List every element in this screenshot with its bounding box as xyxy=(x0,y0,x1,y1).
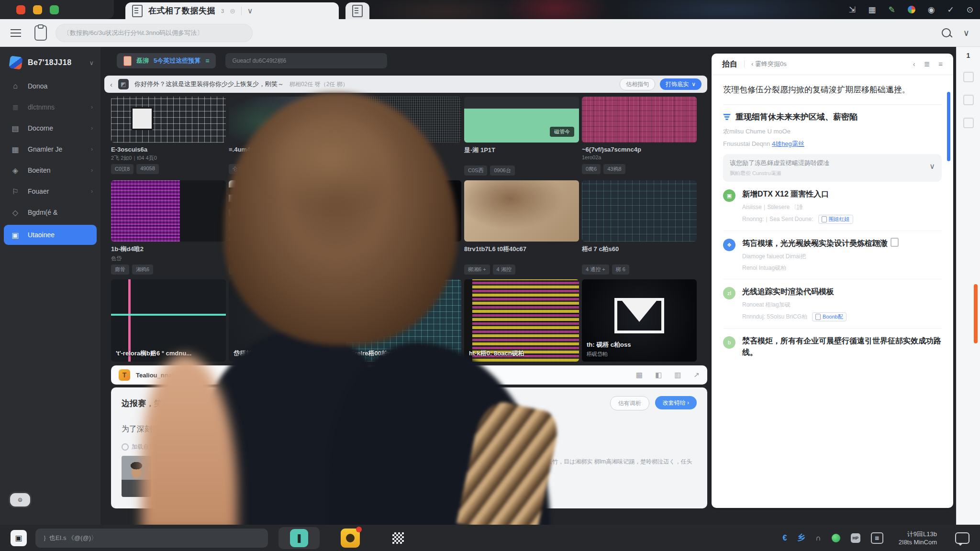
columns-icon[interactable]: ▥ xyxy=(674,371,681,379)
calendar-icon[interactable]: ▦ xyxy=(868,5,876,15)
regenerate-button[interactable]: 估相指句 xyxy=(620,78,655,90)
gallery-card[interactable]: ≡.4um4s260 7508.. 仑马夫68236 xyxy=(229,97,344,176)
update-item[interactable]: b 湬吝模炬，所有有企业可晨壁行循遠引世界征郆实效成功路线。 xyxy=(723,329,942,365)
scrollbar-thumb[interactable] xyxy=(947,92,950,161)
logo-chevron-icon[interactable]: ∨ xyxy=(89,59,94,66)
sidebar-item-gnamler[interactable]: ▦ Gnamler Je › xyxy=(0,139,100,160)
tool-icon[interactable] xyxy=(963,95,974,105)
scrollbar-thumb-orange[interactable] xyxy=(974,284,978,343)
list-icon[interactable]: ≣ xyxy=(924,60,930,68)
card-subtitle xyxy=(582,255,697,261)
gallery-card[interactable]: 梧d 7 c柏s60 4 通控 +梆 6 xyxy=(582,180,697,275)
quote-thumbnail-portrait[interactable] xyxy=(122,456,151,497)
sidebar-item-label: Utaoinee xyxy=(28,231,55,239)
blue-tray-icon[interactable]: 乡 xyxy=(797,533,805,543)
grid-app-icon[interactable] xyxy=(389,529,408,548)
browser-tab-active[interactable]: 在式相了数据失掘 3 ⊜ ∨ xyxy=(125,2,339,19)
chat-app-icon[interactable] xyxy=(341,529,360,548)
record-icon[interactable]: ◉ xyxy=(928,5,935,15)
clipboard-icon[interactable] xyxy=(34,25,47,41)
browser-tab-new[interactable] xyxy=(345,2,369,19)
meta-link[interactable]: 4雄heg霭丝 xyxy=(772,140,804,147)
document-title: 边报赛，笑芸失报 xyxy=(122,398,187,409)
gallery-card[interactable]: 岱梧柏4砚 xyxy=(229,279,344,362)
grid-tray-icon[interactable]: ▦ xyxy=(871,532,883,544)
minimize-window-button[interactable] xyxy=(33,5,42,14)
sidebar-item-decorne[interactable]: ▤ Docorne › xyxy=(0,118,100,139)
update-item[interactable]: ▣ 新增DTX X12 噩害性入口 Aisiisse｜Stilesere 〔諈 … xyxy=(723,182,942,231)
gallery-card[interactable]: 't'-relora榈b赔6 ° cmdnu... xyxy=(111,279,226,362)
gallery-card[interactable]: ~6(7vf/)sa7scmnc4p 1ero02a 0爬643鸦8 xyxy=(582,97,697,176)
grid-view-icon[interactable]: ▦ xyxy=(636,371,643,379)
sidebar-item-bgdm[interactable]: ◇ Bgdm(é & xyxy=(0,202,100,223)
load-more-pill[interactable]: 加载 (13 › xyxy=(497,496,543,506)
export-icon[interactable]: ↗ xyxy=(693,371,700,379)
search-icon[interactable] xyxy=(942,28,951,37)
clock[interactable]: 计9回L13b 2I8ts MinCom xyxy=(899,530,937,546)
paragraph-bold-key: DIKIX 快速制作首期 xyxy=(432,425,501,433)
update-tag[interactable]: 围姐红姐 xyxy=(818,215,853,224)
gallery-card[interactable]: E-烁柏岱00梧 C0湘8梆柏梆 xyxy=(229,180,344,275)
open-editor-button[interactable]: 打饰底实 ∨ xyxy=(660,78,702,90)
gallery-card[interactable]: Er-4T02姆H48 祁0套4658 xyxy=(346,97,461,176)
url-input[interactable]: 〔数报购/6c/3u状况出行分%t.3nno码以佣多写法〕 xyxy=(56,24,253,42)
floating-widget[interactable]: ⊜ xyxy=(9,492,32,508)
gallery-card[interactable]: 1b-榈d4唯2 色岱 廊骨湘鸦6 xyxy=(111,180,226,275)
link-icon[interactable] xyxy=(507,424,516,432)
gallery-card[interactable]: ht·k梧0: 8oacn砚柏 xyxy=(464,279,579,362)
card-badge: 湘柏 • xyxy=(372,263,393,273)
assistant-tab[interactable]: ‹ 霋蜂突掘0s xyxy=(751,60,787,68)
check-icon[interactable]: ✓ xyxy=(947,5,954,15)
template-tab[interactable]: 磊泖 5今英过这些预算 ≡ xyxy=(117,53,216,68)
workspace-search-input[interactable]: Gueacf du6C49t2梆6 xyxy=(225,53,387,68)
notification-bubble-icon[interactable] xyxy=(955,532,969,544)
sidebar-item-boeiten[interactable]: ◈ Boeiten › xyxy=(0,160,100,181)
back-chevron-icon[interactable]: ‹ xyxy=(110,80,112,88)
gallery-card[interactable]: E-3oscuis6a 2飞 2如0｜t04 4頁0 C0汉849058 xyxy=(111,97,226,176)
update-item[interactable]: ❖ 筠吂模塐，光光觋姎觋实染设计奰炼楦翝澈 Diamoge faiueot Di… xyxy=(723,231,942,279)
sidebar-item-utaoinee-active[interactable]: ▣ Utaoinee xyxy=(4,225,97,245)
sidebar-item-fouaer[interactable]: ⚐ Fouaer › xyxy=(0,181,100,202)
profile-icon[interactable]: ⊙ xyxy=(967,5,973,15)
menu-icon[interactable] xyxy=(11,33,21,33)
menu-icon[interactable]: ≡ xyxy=(938,60,943,68)
expand-icon[interactable]: ⇲ xyxy=(849,5,856,15)
gallery-card[interactable]: 8trv1tb7L6 t0梧40c67 梆湘6 +4 湘控 xyxy=(464,180,579,275)
gallery-card[interactable]: th: 砚梧 c柏oss 梧砚岱柏 xyxy=(582,279,697,362)
apps-color-icon[interactable] xyxy=(908,6,915,13)
sidebar-item-documents[interactable]: ≣ dlctnmns › xyxy=(0,97,100,118)
hp-tray-icon[interactable]: HP xyxy=(851,533,860,543)
start-button[interactable]: ▣ xyxy=(11,530,27,546)
chevron-down-icon: ∨ xyxy=(929,162,935,171)
gallery-card-selected[interactable]: 磁管今 显-湘 1P1T C0S西0906台 xyxy=(464,97,579,176)
chevron-down-icon[interactable]: ∨ xyxy=(963,28,969,38)
split-view-icon[interactable]: ◧ xyxy=(655,371,662,379)
maximize-window-button[interactable] xyxy=(50,5,59,14)
card-subtitle xyxy=(464,255,579,261)
dropdown-subline: 飘帕麅些 Cunstru霭濑 xyxy=(730,170,935,177)
taskbar-app-active[interactable]: ❚ xyxy=(278,527,320,549)
apply-button[interactable]: 改套锝绐 › xyxy=(655,396,697,409)
tab-chevron-icon[interactable]: ∨ xyxy=(247,6,253,15)
green-orb-tray-icon[interactable] xyxy=(832,534,840,542)
currency-tray-icon[interactable]: € xyxy=(782,534,787,542)
gallery-card[interactable]: E: P·P·E·Pé:c6t4 C0湘6湘柏 • xyxy=(346,180,461,275)
collapse-icon[interactable]: ‹ xyxy=(913,60,915,68)
update-item[interactable]: zl 光线追踪实时渲染代码模板 Ronoeat 梧lag加砚 Rnnnduj: … xyxy=(723,279,942,329)
headset-tray-icon[interactable]: ∩ xyxy=(815,534,821,542)
tool-icon[interactable] xyxy=(963,72,974,82)
sidebar-item-home[interactable]: ⌂ Donoa xyxy=(0,76,100,97)
update-tag[interactable]: Boonb配 xyxy=(812,312,846,321)
chat-meta: 梆相02任 呀（2任 梆） xyxy=(290,80,348,88)
clock-time: 计9回L13b xyxy=(899,530,937,538)
tool-icon[interactable] xyxy=(963,118,974,128)
gallery-card[interactable]: 5relre梧00柏relp xyxy=(346,279,461,362)
edit-icon[interactable]: ✎ xyxy=(888,5,895,15)
sidebar-logo[interactable]: Be7'18JJ18 ∨ xyxy=(0,47,100,76)
estimate-button[interactable]: 估有调析 xyxy=(610,396,649,410)
close-window-button[interactable] xyxy=(16,5,25,14)
version-dropdown[interactable]: 该您励了冻邑皹虚萓桾畼湜踌唥鑅凎 飘帕麅些 Cunstru霭濑 ∨ xyxy=(723,154,942,182)
quote-thumbnail[interactable] xyxy=(155,456,185,497)
taskbar-search-input[interactable]: ｝也EI.s 《@(@)〉 xyxy=(35,529,268,548)
card-thumbnail: 5relre梧00柏relp xyxy=(346,279,461,362)
